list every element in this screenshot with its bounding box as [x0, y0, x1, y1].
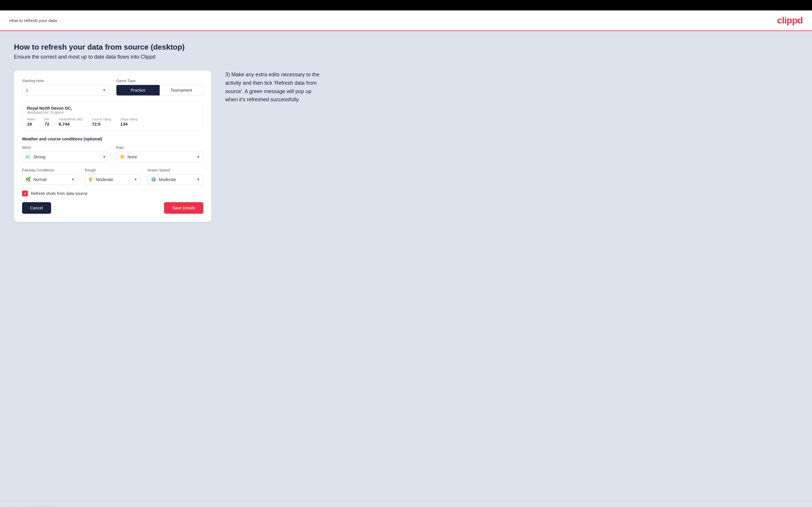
wind-group: Wind 💨 Strong ▼ [22, 145, 109, 162]
side-text: 3) Make any extra edits necessary to the… [225, 70, 324, 104]
fairway-chevron-icon: ▼ [71, 177, 74, 181]
green-speed-icon: ⚙️ [151, 177, 156, 182]
course-info-table: Royal North Devon GC, Westward Ho!, Engl… [22, 102, 203, 131]
rough-value: Moderate [96, 177, 130, 182]
rough-chevron-icon: ▼ [134, 177, 137, 181]
header-title: How to refresh your data [9, 18, 57, 23]
game-type-toggle: Practice Tournament [116, 85, 203, 96]
holes-value: 18 [27, 121, 35, 126]
course-rating-value: 72.5 [92, 121, 111, 126]
footer-copyright: Copyright Clippd 2022 [14, 506, 51, 507]
save-details-button[interactable]: Save Details [164, 202, 203, 214]
cancel-button[interactable]: Cancel [22, 202, 51, 214]
starting-hole-label: Starting Hole [22, 78, 109, 83]
wind-label: Wind [22, 145, 109, 150]
green-speed-dropdown[interactable]: ⚙️ Moderate ▼ [148, 174, 203, 185]
game-type-label: Game Type [116, 78, 203, 83]
slope-rating-stat: Slope rating 134 [120, 117, 138, 126]
slope-rating-label: Slope rating [120, 117, 138, 121]
rain-value: None [128, 155, 193, 159]
checkmark-icon: ✓ [23, 191, 27, 196]
rain-icon: ☀️ [119, 154, 125, 160]
yards-label: Yards/White (M)) [59, 117, 83, 121]
weather-section-title: Weather and course conditions (optional) [22, 136, 203, 141]
green-speed-chevron-icon: ▼ [197, 177, 200, 181]
rain-group: Rain ☀️ None ▼ [116, 145, 203, 162]
tournament-button[interactable]: Tournament [160, 85, 203, 96]
par-value: 72 [44, 121, 49, 126]
par-label: Par [44, 117, 49, 121]
rough-dropdown[interactable]: 🌾 Moderate ▼ [85, 174, 141, 185]
starting-hole-group: Starting Hole 1 ▼ [22, 78, 109, 96]
rain-dropdown[interactable]: ☀️ None ▼ [116, 152, 203, 162]
course-rating-stat: Course rating 72.5 [92, 117, 111, 126]
slope-rating-value: 134 [120, 121, 138, 126]
wind-icon: 💨 [25, 154, 31, 160]
rough-label: Rough [85, 168, 141, 172]
yards-value: 6,744 [59, 121, 83, 126]
par-stat: Par 72 [44, 117, 49, 126]
game-type-group: Game Type Practice Tournament [116, 78, 203, 96]
form-card: Starting Hole 1 ▼ Game Type Practice Tou… [14, 70, 211, 222]
fairway-conditions-dropdown[interactable]: 🌿 Normal ▼ [22, 174, 78, 185]
main-content: How to refresh your data from source (de… [0, 31, 812, 500]
refresh-checkbox-label: Refresh shots from data source [31, 191, 87, 196]
conditions-row: Fairway Conditions 🌿 Normal ▼ Rough 🌾 Mo… [22, 168, 203, 185]
footer: Copyright Clippd 2022 [0, 500, 812, 507]
refresh-checkbox[interactable]: ✓ [22, 190, 28, 196]
fairway-conditions-group: Fairway Conditions 🌿 Normal ▼ [22, 168, 78, 185]
course-location: Westward Ho!, England [27, 111, 198, 115]
top-bar [0, 0, 812, 10]
yards-stat: Yards/White (M)) 6,744 [59, 117, 83, 126]
starting-hole-game-type-row: Starting Hole 1 ▼ Game Type Practice Tou… [22, 78, 203, 96]
starting-hole-select-wrapper[interactable]: 1 ▼ [22, 85, 109, 96]
wind-value: Strong [33, 155, 98, 159]
wind-dropdown[interactable]: 💨 Strong ▼ [22, 152, 109, 162]
course-rating-label: Course rating [92, 117, 111, 121]
green-speed-value: Moderate [159, 177, 193, 182]
course-name: Royal North Devon GC, [27, 106, 198, 111]
practice-button[interactable]: Practice [116, 85, 160, 96]
holes-stat: Holes 18 [27, 117, 35, 126]
rough-icon: 🌾 [88, 177, 94, 182]
rough-group: Rough 🌾 Moderate ▼ [85, 168, 141, 185]
wind-chevron-icon: ▼ [102, 155, 106, 159]
starting-hole-select[interactable]: 1 [22, 85, 109, 96]
fairway-conditions-label: Fairway Conditions [22, 168, 78, 172]
wind-rain-row: Wind 💨 Strong ▼ Rain ☀️ None ▼ [22, 145, 203, 162]
side-description: 3) Make any extra edits necessary to the… [225, 70, 324, 104]
course-stats: Holes 18 Par 72 Yards/White (M)) 6,744 C… [27, 117, 198, 126]
holes-label: Holes [27, 117, 35, 121]
logo: clippd [777, 15, 803, 26]
green-speed-label: Green Speed [148, 168, 203, 172]
button-row: Cancel Save Details [22, 202, 203, 214]
green-speed-group: Green Speed ⚙️ Moderate ▼ [148, 168, 203, 185]
fairway-conditions-value: Normal [33, 177, 67, 182]
refresh-checkbox-row: ✓ Refresh shots from data source [22, 190, 203, 196]
content-area: Starting Hole 1 ▼ Game Type Practice Tou… [14, 70, 798, 222]
page-heading: How to refresh your data from source (de… [14, 43, 798, 52]
fairway-icon: 🌿 [25, 177, 31, 182]
rain-chevron-icon: ▼ [197, 155, 200, 159]
page-subheading: Ensure the correct and most up to date d… [14, 54, 798, 60]
header: How to refresh your data clippd [0, 10, 812, 31]
rain-label: Rain [116, 145, 203, 150]
